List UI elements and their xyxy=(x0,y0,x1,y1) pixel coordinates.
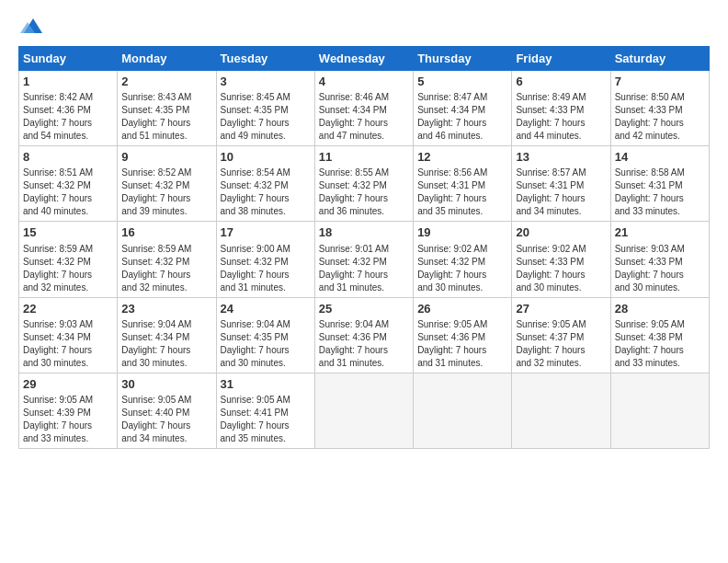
calendar-cell: 22Sunrise: 9:03 AM Sunset: 4:34 PM Dayli… xyxy=(19,297,118,373)
calendar-week-4: 29Sunrise: 9:05 AM Sunset: 4:39 PM Dayli… xyxy=(19,373,710,448)
logo xyxy=(18,15,42,37)
day-number: 4 xyxy=(319,74,409,90)
day-number: 30 xyxy=(121,376,211,393)
day-info: Sunrise: 9:03 AM Sunset: 4:33 PM Dayligh… xyxy=(615,243,705,294)
calendar-cell: 14Sunrise: 8:58 AM Sunset: 4:31 PM Dayli… xyxy=(610,146,709,222)
day-number: 27 xyxy=(516,301,606,317)
calendar-cell: 10Sunrise: 8:54 AM Sunset: 4:32 PM Dayli… xyxy=(216,146,314,222)
page: SundayMondayTuesdayWednesdayThursdayFrid… xyxy=(0,0,728,563)
day-info: Sunrise: 8:45 AM Sunset: 4:35 PM Dayligh… xyxy=(221,91,311,143)
day-number: 13 xyxy=(516,149,606,166)
day-number: 10 xyxy=(221,149,311,166)
calendar-cell: 19Sunrise: 9:02 AM Sunset: 4:32 PM Dayli… xyxy=(414,222,512,297)
calendar-week-2: 15Sunrise: 8:59 AM Sunset: 4:32 PM Dayli… xyxy=(19,222,710,297)
weekday-header-saturday: Saturday xyxy=(610,47,709,71)
calendar-cell xyxy=(512,373,610,448)
logo-icon xyxy=(20,15,42,37)
day-number: 29 xyxy=(23,376,113,393)
day-info: Sunrise: 8:43 AM Sunset: 4:35 PM Dayligh… xyxy=(121,91,211,143)
calendar-cell: 15Sunrise: 8:59 AM Sunset: 4:32 PM Dayli… xyxy=(19,222,118,297)
calendar-cell: 3Sunrise: 8:45 AM Sunset: 4:35 PM Daylig… xyxy=(216,71,314,146)
day-info: Sunrise: 8:42 AM Sunset: 4:36 PM Dayligh… xyxy=(23,91,113,143)
weekday-header-friday: Friday xyxy=(512,47,610,71)
calendar-cell: 30Sunrise: 9:05 AM Sunset: 4:40 PM Dayli… xyxy=(118,373,216,448)
day-info: Sunrise: 8:56 AM Sunset: 4:31 PM Dayligh… xyxy=(417,167,507,218)
day-number: 20 xyxy=(516,224,606,241)
day-info: Sunrise: 8:51 AM Sunset: 4:32 PM Dayligh… xyxy=(23,167,113,218)
calendar-cell: 20Sunrise: 9:02 AM Sunset: 4:33 PM Dayli… xyxy=(512,222,610,297)
day-number: 24 xyxy=(221,301,311,317)
calendar-cell: 27Sunrise: 9:05 AM Sunset: 4:37 PM Dayli… xyxy=(512,297,610,373)
calendar-cell: 21Sunrise: 9:03 AM Sunset: 4:33 PM Dayli… xyxy=(610,222,709,297)
calendar-cell: 6Sunrise: 8:49 AM Sunset: 4:33 PM Daylig… xyxy=(512,71,610,146)
calendar-cell: 26Sunrise: 9:05 AM Sunset: 4:36 PM Dayli… xyxy=(414,297,512,373)
day-info: Sunrise: 8:55 AM Sunset: 4:32 PM Dayligh… xyxy=(319,167,409,218)
day-number: 21 xyxy=(615,224,705,241)
day-number: 26 xyxy=(417,301,507,317)
day-info: Sunrise: 9:02 AM Sunset: 4:33 PM Dayligh… xyxy=(516,243,606,294)
day-number: 25 xyxy=(319,301,409,317)
day-number: 5 xyxy=(417,74,507,90)
calendar-cell: 29Sunrise: 9:05 AM Sunset: 4:39 PM Dayli… xyxy=(19,373,118,448)
day-info: Sunrise: 8:57 AM Sunset: 4:31 PM Dayligh… xyxy=(516,167,606,218)
calendar-cell: 31Sunrise: 9:05 AM Sunset: 4:41 PM Dayli… xyxy=(216,373,314,448)
calendar-cell: 2Sunrise: 8:43 AM Sunset: 4:35 PM Daylig… xyxy=(118,71,216,146)
calendar-week-3: 22Sunrise: 9:03 AM Sunset: 4:34 PM Dayli… xyxy=(19,297,710,373)
day-info: Sunrise: 9:00 AM Sunset: 4:32 PM Dayligh… xyxy=(221,243,311,294)
day-info: Sunrise: 8:46 AM Sunset: 4:34 PM Dayligh… xyxy=(319,91,409,143)
calendar-cell: 7Sunrise: 8:50 AM Sunset: 4:33 PM Daylig… xyxy=(610,71,709,146)
day-number: 16 xyxy=(121,224,211,241)
day-number: 14 xyxy=(615,149,705,166)
weekday-header-tuesday: Tuesday xyxy=(216,47,314,71)
calendar-cell xyxy=(414,373,512,448)
day-info: Sunrise: 9:05 AM Sunset: 4:37 PM Dayligh… xyxy=(516,318,606,370)
calendar-week-1: 8Sunrise: 8:51 AM Sunset: 4:32 PM Daylig… xyxy=(19,146,710,222)
day-number: 28 xyxy=(615,301,705,317)
day-number: 23 xyxy=(121,301,211,317)
day-number: 15 xyxy=(23,224,113,241)
day-number: 22 xyxy=(23,301,113,317)
calendar-cell: 11Sunrise: 8:55 AM Sunset: 4:32 PM Dayli… xyxy=(314,146,413,222)
day-info: Sunrise: 9:03 AM Sunset: 4:34 PM Dayligh… xyxy=(23,318,113,370)
calendar-cell: 13Sunrise: 8:57 AM Sunset: 4:31 PM Dayli… xyxy=(512,146,610,222)
day-info: Sunrise: 9:02 AM Sunset: 4:32 PM Dayligh… xyxy=(417,243,507,294)
day-number: 2 xyxy=(121,74,211,90)
day-info: Sunrise: 8:59 AM Sunset: 4:32 PM Dayligh… xyxy=(23,243,113,294)
day-number: 18 xyxy=(319,224,409,241)
day-info: Sunrise: 8:58 AM Sunset: 4:31 PM Dayligh… xyxy=(615,167,705,218)
calendar-cell xyxy=(314,373,413,448)
day-info: Sunrise: 9:05 AM Sunset: 4:36 PM Dayligh… xyxy=(417,318,507,370)
day-number: 11 xyxy=(319,149,409,166)
calendar-cell: 12Sunrise: 8:56 AM Sunset: 4:31 PM Dayli… xyxy=(414,146,512,222)
day-info: Sunrise: 9:04 AM Sunset: 4:34 PM Dayligh… xyxy=(121,318,211,370)
calendar-cell: 8Sunrise: 8:51 AM Sunset: 4:32 PM Daylig… xyxy=(19,146,118,222)
day-info: Sunrise: 8:47 AM Sunset: 4:34 PM Dayligh… xyxy=(417,91,507,143)
weekday-header-sunday: Sunday xyxy=(19,47,118,71)
calendar-cell: 23Sunrise: 9:04 AM Sunset: 4:34 PM Dayli… xyxy=(118,297,216,373)
day-number: 8 xyxy=(23,149,113,166)
calendar-cell xyxy=(610,373,709,448)
day-info: Sunrise: 9:05 AM Sunset: 4:40 PM Dayligh… xyxy=(121,394,211,445)
calendar-week-0: 1Sunrise: 8:42 AM Sunset: 4:36 PM Daylig… xyxy=(19,71,710,146)
header xyxy=(18,15,710,37)
day-number: 31 xyxy=(221,376,311,393)
calendar-cell: 18Sunrise: 9:01 AM Sunset: 4:32 PM Dayli… xyxy=(314,222,413,297)
calendar-table: SundayMondayTuesdayWednesdayThursdayFrid… xyxy=(18,46,710,449)
weekday-header-monday: Monday xyxy=(118,47,216,71)
day-info: Sunrise: 8:54 AM Sunset: 4:32 PM Dayligh… xyxy=(221,167,311,218)
weekday-header-thursday: Thursday xyxy=(414,47,512,71)
calendar-cell: 9Sunrise: 8:52 AM Sunset: 4:32 PM Daylig… xyxy=(118,146,216,222)
day-number: 9 xyxy=(121,149,211,166)
day-number: 1 xyxy=(23,74,113,90)
day-number: 12 xyxy=(417,149,507,166)
calendar-cell: 4Sunrise: 8:46 AM Sunset: 4:34 PM Daylig… xyxy=(314,71,413,146)
calendar-cell: 16Sunrise: 8:59 AM Sunset: 4:32 PM Dayli… xyxy=(118,222,216,297)
calendar-cell: 17Sunrise: 9:00 AM Sunset: 4:32 PM Dayli… xyxy=(216,222,314,297)
day-info: Sunrise: 9:05 AM Sunset: 4:39 PM Dayligh… xyxy=(23,394,113,445)
day-number: 19 xyxy=(417,224,507,241)
day-number: 6 xyxy=(516,74,606,90)
day-info: Sunrise: 8:59 AM Sunset: 4:32 PM Dayligh… xyxy=(121,243,211,294)
weekday-header-wednesday: Wednesday xyxy=(314,47,413,71)
calendar-cell: 24Sunrise: 9:04 AM Sunset: 4:35 PM Dayli… xyxy=(216,297,314,373)
day-info: Sunrise: 9:05 AM Sunset: 4:38 PM Dayligh… xyxy=(615,318,705,370)
